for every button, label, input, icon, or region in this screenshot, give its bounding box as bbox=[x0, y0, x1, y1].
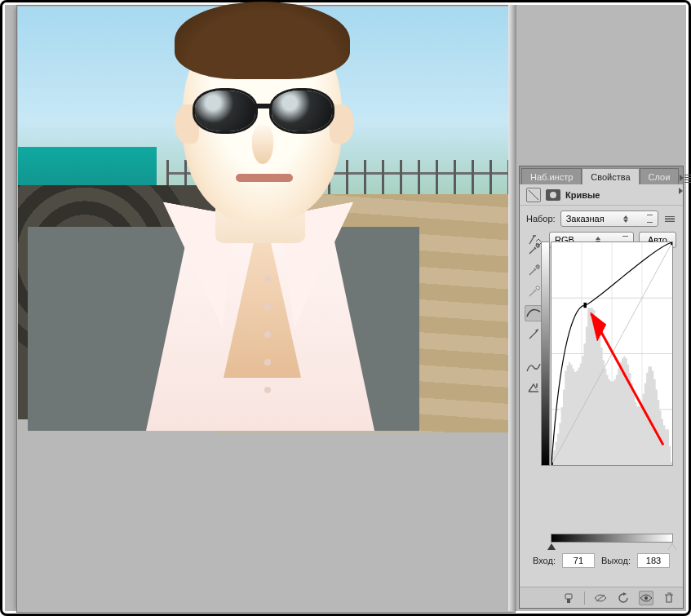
draw-curve-icon[interactable] bbox=[525, 326, 543, 343]
trash-icon[interactable] bbox=[662, 591, 676, 605]
preset-dropdown[interactable]: Заказная bbox=[560, 211, 658, 227]
properties-panel: Наб.инстр Свойства Слои Кривые Набор: За… bbox=[519, 166, 684, 609]
gray-point-eyedropper-icon[interactable] bbox=[525, 263, 543, 279]
svg-rect-9 bbox=[671, 242, 672, 245]
panel-tabs: Наб.инстр Свойства Слои bbox=[520, 166, 683, 184]
canvas-area[interactable] bbox=[5, 5, 516, 611]
output-field[interactable]: 183 bbox=[637, 553, 670, 568]
adjustment-header: Кривые bbox=[520, 184, 683, 206]
svg-rect-12 bbox=[567, 599, 570, 603]
preset-label: Набор: bbox=[526, 214, 556, 224]
panel-title: Кривые bbox=[565, 190, 600, 200]
curves-graph[interactable] bbox=[551, 242, 673, 466]
edit-points-icon[interactable] bbox=[525, 305, 543, 321]
svg-point-13 bbox=[644, 596, 648, 600]
document-window[interactable] bbox=[16, 5, 516, 613]
clip-warning-icon[interactable] bbox=[525, 380, 543, 397]
white-point-eyedropper-icon[interactable] bbox=[525, 284, 543, 300]
image-canvas[interactable] bbox=[18, 7, 514, 432]
svg-rect-8 bbox=[551, 463, 553, 465]
output-gradient bbox=[541, 242, 550, 466]
curves-icon bbox=[526, 188, 541, 202]
tab-layers[interactable]: Слои bbox=[640, 168, 680, 184]
panel-footer bbox=[520, 587, 683, 608]
preset-menu-icon[interactable] bbox=[663, 216, 676, 222]
panel-menu-icon[interactable] bbox=[684, 171, 691, 184]
panel-collapse-icon[interactable] bbox=[679, 171, 683, 184]
reset-icon[interactable] bbox=[616, 591, 631, 605]
svg-rect-7 bbox=[583, 303, 586, 308]
input-gradient bbox=[551, 534, 673, 543]
tab-properties[interactable]: Свойства bbox=[582, 168, 639, 184]
toggle-visibility-icon[interactable] bbox=[639, 591, 653, 605]
input-label: Вход: bbox=[533, 556, 556, 565]
input-field[interactable]: 71 bbox=[562, 553, 595, 568]
svg-rect-11 bbox=[565, 594, 572, 599]
output-label: Выход: bbox=[601, 556, 631, 565]
pin-icon[interactable] bbox=[561, 591, 576, 605]
preset-value: Заказная bbox=[566, 214, 605, 224]
black-point-eyedropper-icon[interactable] bbox=[525, 242, 543, 258]
mask-icon[interactable] bbox=[546, 189, 560, 201]
tab-tool-presets[interactable]: Наб.инстр bbox=[521, 168, 582, 184]
smooth-icon[interactable] bbox=[525, 359, 543, 375]
view-previous-icon[interactable] bbox=[593, 591, 608, 605]
